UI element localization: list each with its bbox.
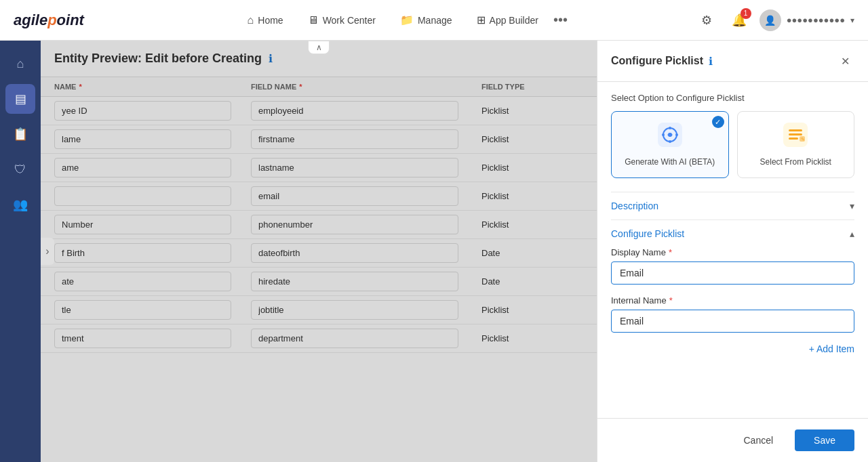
fieldname-cell	[251, 101, 481, 121]
option-ai-card[interactable]: ✓ Generate With AI (BE	[611, 111, 729, 178]
name-input[interactable]	[54, 329, 231, 348]
fieldtype-cell: Picklist	[481, 163, 597, 173]
table-header: NAME * FIELD NAME * FIELD TYPE	[41, 77, 597, 97]
right-panel: Configure Picklist ℹ ✕ Select Option to …	[597, 41, 868, 462]
display-name-input[interactable]	[611, 261, 854, 285]
sidebar: ⌂ ▤ 📋 🛡 👥 ›	[0, 41, 41, 462]
sidebar-item-home[interactable]: ⌂	[5, 49, 35, 79]
description-chevron-down-icon: ▾	[850, 201, 854, 211]
panel-title: Configure Picklist	[611, 55, 703, 67]
fieldname-input[interactable]	[251, 186, 458, 206]
table-row: Picklist	[41, 211, 597, 239]
table-row: Picklist	[41, 182, 597, 211]
user-area[interactable]: 👤 ●●●●●●●●●●● ▾	[760, 9, 854, 31]
fieldname-input[interactable]	[251, 215, 458, 234]
nav-home-label: Home	[258, 15, 283, 26]
cancel-button[interactable]: Cancel	[730, 429, 787, 451]
name-input[interactable]	[54, 129, 231, 149]
table-row: Picklist	[41, 154, 597, 182]
ai-check-badge: ✓	[712, 116, 724, 128]
description-accordion: Description ▾	[611, 192, 854, 219]
fieldname-input[interactable]	[251, 129, 458, 149]
col-fieldtype-header: FIELD TYPE	[481, 83, 597, 91]
workflow-icon-btn[interactable]: ⚙	[694, 8, 719, 33]
name-cell	[54, 272, 251, 291]
info-icon[interactable]: ℹ	[269, 52, 273, 65]
select-option-label: Select Option to Configure Picklist	[611, 93, 854, 103]
fieldtype-cell: Picklist	[481, 305, 597, 315]
name-input[interactable]	[54, 272, 231, 291]
fieldtype-cell: Picklist	[481, 191, 597, 201]
panel-header: Configure Picklist ℹ ✕	[597, 41, 868, 82]
svg-rect-10	[789, 138, 798, 140]
save-button[interactable]: Save	[795, 429, 854, 451]
name-input[interactable]	[54, 101, 231, 121]
name-input[interactable]	[54, 300, 231, 320]
fieldtype-cell: Picklist	[481, 333, 597, 343]
table-row: Date	[41, 239, 597, 268]
monitor-icon: 🖥	[308, 14, 319, 26]
fieldname-cell	[251, 186, 481, 206]
table-row: Picklist	[41, 324, 597, 353]
name-input[interactable]	[54, 158, 231, 177]
fieldname-cell	[251, 329, 481, 348]
sidebar-item-shield[interactable]: 🛡	[5, 154, 35, 184]
internal-name-field: Internal Name *	[611, 295, 854, 333]
fieldname-input[interactable]	[251, 158, 458, 177]
name-input[interactable]	[54, 243, 231, 263]
collapse-toggle[interactable]: ∧	[308, 41, 330, 54]
picklist-card-icon: ✎	[783, 123, 808, 152]
sidebar-item-group[interactable]: 👥	[5, 190, 35, 219]
svg-rect-9	[789, 133, 802, 135]
svg-point-2	[668, 133, 672, 137]
panel-info-icon[interactable]: ℹ	[709, 55, 713, 68]
svg-point-6	[662, 133, 665, 136]
fieldname-input[interactable]	[251, 101, 458, 121]
fieldtype-cell: Picklist	[481, 134, 597, 144]
nav-manage[interactable]: 📁 Manage	[391, 8, 462, 32]
display-name-field: Display Name *	[611, 247, 854, 285]
svg-point-5	[669, 140, 671, 143]
fieldname-input[interactable]	[251, 272, 458, 291]
configure-picklist-accordion-header[interactable]: Configure Picklist ▴	[611, 220, 854, 247]
fieldname-cell	[251, 272, 481, 291]
content-area: ∧ Entity Preview: Edit before Creating ℹ…	[41, 41, 597, 462]
nav-workcenter[interactable]: 🖥 Work Center	[298, 9, 385, 32]
internal-name-input[interactable]	[611, 310, 854, 333]
fieldname-input[interactable]	[251, 300, 458, 320]
fieldname-cell	[251, 158, 481, 177]
fieldtype-cell: Date	[481, 248, 597, 258]
fieldname-required-star: *	[299, 83, 302, 91]
name-required-star: *	[79, 83, 81, 91]
close-button[interactable]: ✕	[835, 51, 854, 70]
fieldname-cell	[251, 243, 481, 263]
panel-title-area: Configure Picklist ℹ	[611, 55, 713, 68]
fieldtype-cell: Date	[481, 276, 597, 287]
sidebar-item-docs[interactable]: 📋	[5, 119, 35, 149]
chevron-down-icon: ▾	[850, 16, 854, 25]
nav-appbuilder[interactable]: ⊞ App Builder	[467, 8, 548, 32]
description-accordion-header[interactable]: Description ▾	[611, 192, 854, 219]
svg-point-4	[675, 133, 678, 136]
name-cell	[54, 300, 251, 320]
panel-footer: Cancel Save	[597, 418, 868, 462]
fieldtype-cell: Picklist	[481, 106, 597, 116]
logo[interactable]: agilepoint	[14, 12, 84, 29]
sidebar-toggle[interactable]: ›	[41, 238, 54, 265]
fieldname-input[interactable]	[251, 243, 458, 263]
add-item-button[interactable]: + Add Item	[611, 343, 854, 354]
name-cell	[54, 158, 251, 177]
nav-workcenter-label: Work Center	[323, 15, 376, 26]
fieldname-input[interactable]	[251, 329, 458, 348]
sidebar-item-entity[interactable]: ▤	[5, 84, 35, 114]
fieldtype-cell: Picklist	[481, 219, 597, 230]
nav-home[interactable]: ⌂ Home	[238, 9, 293, 32]
notification-btn[interactable]: 🔔 1	[727, 8, 751, 33]
name-input[interactable]	[54, 215, 231, 234]
option-picklist-card[interactable]: ✎ Select From Picklist	[737, 111, 855, 178]
nav-more-button[interactable]: •••	[553, 12, 568, 28]
name-input[interactable]	[54, 186, 231, 206]
user-name: ●●●●●●●●●●●	[787, 15, 845, 25]
panel-body: Select Option to Configure Picklist ✓	[597, 82, 868, 418]
workflow-icon: ⚙	[701, 13, 712, 28]
